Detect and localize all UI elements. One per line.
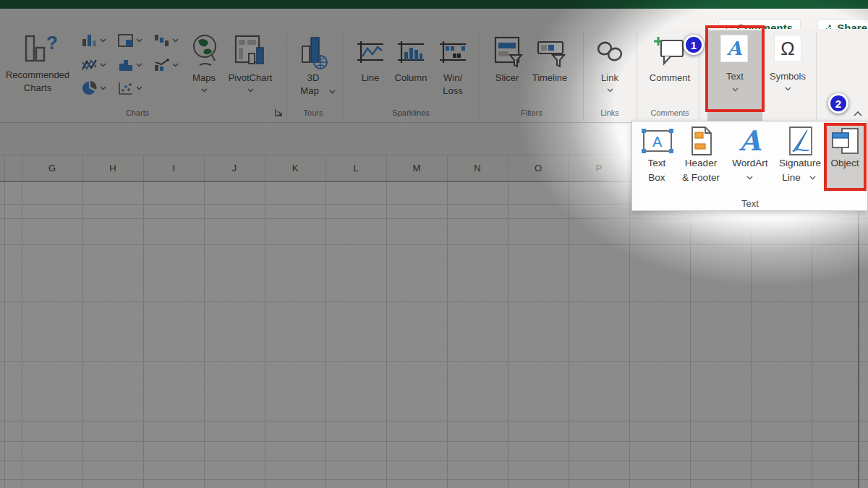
chevron-down-icon[interactable] bbox=[100, 38, 106, 43]
treemap-chart-icon[interactable] bbox=[117, 33, 135, 48]
recommended-charts-label-1: Recommended bbox=[0, 69, 75, 81]
grid-line bbox=[0, 218, 868, 219]
new-comment-icon bbox=[653, 35, 686, 67]
sparkline-winloss-label-2: Loss bbox=[431, 85, 475, 97]
column-header-l[interactable]: L bbox=[326, 155, 386, 181]
chevron-down-icon[interactable] bbox=[136, 86, 142, 90]
step-badge-1: 1 bbox=[684, 35, 704, 55]
sparkline-winloss-icon bbox=[438, 40, 467, 64]
symbols-icon: Ω bbox=[774, 35, 801, 62]
filters-group-label: Filters bbox=[510, 108, 553, 117]
link-chain-icon bbox=[595, 39, 624, 65]
histogram-chart-icon[interactable] bbox=[117, 58, 135, 72]
text-box-icon: A bbox=[641, 127, 674, 155]
grid-line bbox=[0, 301, 868, 302]
chevron-down-icon[interactable] bbox=[100, 63, 106, 67]
grid-line bbox=[0, 421, 868, 421]
grid-line bbox=[0, 479, 868, 480]
tours-group-label: Tours bbox=[292, 108, 335, 117]
pie-chart-icon[interactable] bbox=[81, 81, 98, 95]
column-header-o[interactable]: O bbox=[508, 155, 569, 181]
waterfall-chart-icon[interactable] bbox=[153, 33, 171, 48]
svg-text:?: ? bbox=[46, 33, 58, 53]
grid-line bbox=[0, 361, 868, 362]
charts-group-label: Charts bbox=[109, 108, 166, 117]
grid-line bbox=[0, 244, 868, 245]
column-chart-icon[interactable] bbox=[81, 33, 98, 48]
omega-glyph: Ω bbox=[780, 38, 794, 60]
pivotchart-icon bbox=[234, 35, 268, 68]
chevron-down-icon[interactable] bbox=[172, 63, 179, 67]
comments-group-label: Comments bbox=[641, 108, 699, 117]
group-separator bbox=[637, 32, 637, 120]
group-separator bbox=[480, 32, 480, 120]
title-bar bbox=[0, 0, 868, 9]
recommended-charts-icon: ? bbox=[20, 33, 59, 65]
column-header-k[interactable]: K bbox=[265, 155, 326, 181]
slicer-label: Slicer bbox=[485, 72, 529, 84]
highlight-rect-object-item bbox=[824, 123, 867, 191]
chevron-down-icon bbox=[746, 176, 753, 180]
group-separator bbox=[286, 32, 287, 120]
recommended-charts-label-2: Charts bbox=[0, 82, 75, 94]
header-footer-icon bbox=[690, 126, 713, 156]
link-label: Link bbox=[588, 72, 631, 84]
collapse-ribbon-icon[interactable] bbox=[853, 110, 863, 117]
timeline-label: Timeline bbox=[528, 72, 571, 84]
maps-globe-icon bbox=[192, 32, 217, 69]
excel-window: Comments Share ? Recommended Char bbox=[0, 0, 868, 488]
3d-map-label-1: 3D bbox=[292, 72, 335, 84]
combo-chart-icon[interactable] bbox=[153, 58, 171, 72]
timeline-icon bbox=[537, 40, 566, 68]
step-badge-2: 2 bbox=[828, 93, 848, 114]
links-group-label: Links bbox=[588, 108, 631, 117]
column-header-m[interactable]: M bbox=[386, 155, 447, 181]
grid-line bbox=[0, 441, 868, 442]
chevron-down-icon bbox=[785, 87, 791, 91]
comment-label: Comment bbox=[641, 72, 699, 84]
scatter-chart-icon[interactable] bbox=[117, 81, 135, 95]
column-header-i[interactable]: I bbox=[143, 155, 204, 181]
column-header-p[interactable]: P bbox=[569, 155, 629, 181]
sparklines-group-label: Sparklines bbox=[382, 108, 440, 117]
symbols-label: Symbols bbox=[760, 71, 815, 82]
highlight-rect-text-button bbox=[705, 25, 765, 112]
dropdown-group-label: Text bbox=[707, 198, 793, 209]
wordart-icon: A bbox=[739, 124, 760, 157]
sheet-edge-line bbox=[858, 182, 859, 488]
chevron-down-icon bbox=[329, 90, 336, 94]
sparkline-line-icon bbox=[356, 40, 385, 64]
header-footer-label-2: & Footer bbox=[671, 171, 731, 184]
group-separator bbox=[344, 32, 344, 120]
column-header-g[interactable]: G bbox=[22, 155, 82, 181]
chevron-down-icon[interactable] bbox=[172, 38, 179, 43]
chevron-down-icon bbox=[201, 88, 208, 93]
group-separator bbox=[816, 32, 817, 120]
svg-text:A: A bbox=[652, 134, 663, 150]
sparkline-winloss-label-1: Win/ bbox=[431, 72, 475, 84]
column-header-n[interactable]: N bbox=[447, 155, 508, 181]
slicer-icon bbox=[494, 36, 523, 68]
grid-line bbox=[0, 461, 868, 461]
pivotchart-label: PivotChart bbox=[221, 72, 279, 84]
chevron-down-icon[interactable] bbox=[100, 86, 106, 90]
chevron-down-icon bbox=[809, 176, 816, 180]
maps-label: Maps bbox=[182, 72, 226, 84]
dialog-launcher-icon[interactable] bbox=[275, 108, 284, 117]
chevron-down-icon bbox=[607, 88, 613, 93]
signature-line-icon bbox=[786, 126, 816, 156]
chevron-down-icon[interactable] bbox=[136, 38, 142, 43]
group-separator bbox=[583, 32, 584, 120]
3d-map-icon bbox=[299, 36, 328, 69]
chevron-down-icon[interactable] bbox=[136, 63, 142, 67]
3d-map-label-2: Map bbox=[288, 85, 331, 97]
worksheet-grid[interactable] bbox=[0, 182, 868, 488]
line-chart-icon[interactable] bbox=[81, 58, 98, 72]
column-header-j[interactable]: J bbox=[204, 155, 265, 181]
chevron-down-icon bbox=[247, 88, 254, 93]
sparkline-column-icon bbox=[396, 40, 425, 64]
column-header-h[interactable]: H bbox=[82, 155, 143, 181]
